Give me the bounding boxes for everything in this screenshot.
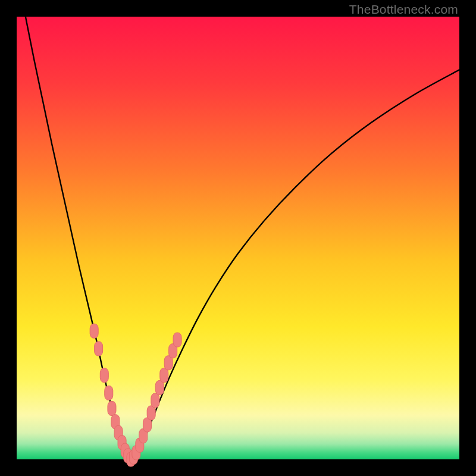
chart-frame: TheBottleneck.com [0,0,476,476]
curve-right-branch [131,70,459,459]
marker-point [95,342,103,356]
marker-point [155,380,164,394]
marker-point [173,333,181,347]
marker-point [151,393,159,408]
marker-point [90,324,98,338]
marker-point [108,401,116,415]
marker-point [105,386,113,400]
marker-point [100,368,108,383]
marker-group [90,324,181,466]
curve-left-branch [26,17,131,459]
plot-area [17,17,459,459]
curves-layer [17,17,459,459]
watermark-text: TheBottleneck.com [349,2,458,17]
marker-point [160,368,168,383]
